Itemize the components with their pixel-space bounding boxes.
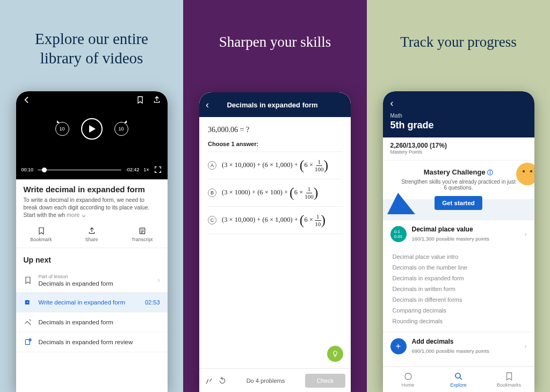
video-top-bar xyxy=(16,91,168,111)
tab-home[interactable]: Home xyxy=(383,367,433,392)
svg-point-5 xyxy=(405,373,411,380)
forward-10-button[interactable]: 10 xyxy=(114,122,128,136)
play-button[interactable] xyxy=(81,118,103,140)
panel-headline: Track your progress xyxy=(400,33,516,52)
bookmark-icon[interactable] xyxy=(136,96,144,104)
mastery-title: Mastery Challenge ⓘ xyxy=(390,168,527,177)
exercise-icon xyxy=(24,318,32,326)
topic-item[interactable]: Decimal place value intro xyxy=(393,251,525,262)
scrubber-track[interactable] xyxy=(38,169,121,171)
scrubber-thumb[interactable] xyxy=(42,168,47,172)
choice-label: B xyxy=(208,188,216,197)
row-title: Write decimal in expanded form xyxy=(39,299,139,306)
phone-screen-exercise: ‹ Decimals in expanded form 36,000.06 = … xyxy=(199,92,351,392)
playback-rate[interactable]: 1× xyxy=(143,167,149,172)
bookmark-outline-icon xyxy=(24,276,32,285)
row-title: Decimals in expanded form review xyxy=(39,339,160,345)
search-icon xyxy=(454,372,464,381)
back-icon[interactable]: ‹ xyxy=(390,98,527,109)
choice-label: A xyxy=(208,161,216,170)
bookmark-icon xyxy=(37,227,46,235)
mastery-title-text: Mastery Challenge xyxy=(424,168,486,176)
rewind-10-button[interactable]: 10 xyxy=(55,122,69,136)
lesson-row[interactable]: Decimals in expanded form xyxy=(16,313,168,332)
mastery-challenge-card: Mastery Challenge ⓘ Strengthen skills yo… xyxy=(383,161,534,220)
more-link[interactable]: more xyxy=(67,212,79,218)
topic-item[interactable]: Decimals on the number line xyxy=(393,262,525,273)
share-action[interactable]: Share xyxy=(67,223,117,248)
panel-skills: Sharpen your skills ‹ Decimals in expand… xyxy=(183,0,367,392)
tab-bookmarks[interactable]: Bookmarks xyxy=(484,367,534,392)
answer-choice-a[interactable]: A (3 × 10,000) + (6 × 1,000) + (6 × 1100… xyxy=(208,151,342,179)
video-top-right xyxy=(136,96,161,106)
chevron-right-icon: › xyxy=(525,343,527,350)
answer-choice-b[interactable]: B (3 × 1000) + (6 × 100) + (6 × 1100) xyxy=(208,179,342,206)
lesson-parent-row[interactable]: Part of lesson Decimals in expanded form… xyxy=(16,268,168,293)
video-description: To write a decimal in expanded form, we … xyxy=(24,196,160,219)
home-icon xyxy=(403,372,413,381)
chevron-right-icon: › xyxy=(525,230,527,238)
course-header: ‹ Math 5th grade xyxy=(383,91,534,137)
bookmark-action[interactable]: Bookmark xyxy=(16,223,67,248)
unit-subtitle: 690/1,000 possible mastery points xyxy=(412,348,489,354)
fullscreen-icon[interactable] xyxy=(154,165,162,174)
action-row: Bookmark Share Transcript xyxy=(16,223,168,248)
video-title: Write decimal in expanded form xyxy=(24,185,160,194)
transcript-action[interactable]: Transcript xyxy=(117,223,168,248)
row-title: Decimals in expanded form xyxy=(39,280,113,287)
answer-choice-c[interactable]: C (3 × 10,000) + (6 × 1,000) + (6 × 110) xyxy=(208,206,342,234)
row-sublabel: Part of lesson xyxy=(39,274,151,279)
playback-controls: 10 10 xyxy=(16,118,168,140)
panel-headline: Sharpen your skills xyxy=(219,33,331,52)
unit-badge-icon: 0.10.01 xyxy=(390,226,407,242)
question-body: 36,000.06 = ? Choose 1 answer: A (3 × 10… xyxy=(199,117,351,234)
topic-item[interactable]: Decimals in written form xyxy=(393,284,525,294)
tab-label: Explore xyxy=(450,382,467,388)
unit-title: Add decimals xyxy=(412,338,519,345)
seek-amount: 10 xyxy=(59,126,64,132)
time-current: 00:10 xyxy=(21,167,34,172)
transcript-icon xyxy=(138,227,147,235)
course-title: 5th grade xyxy=(390,120,527,131)
svg-point-6 xyxy=(455,373,460,378)
phone-screen-videos: 10 10 00:10 -02:42 1× Write decimal in e… xyxy=(16,91,168,392)
row-label: Part of lesson Decimals in expanded form xyxy=(39,274,151,287)
sparkle-icon[interactable] xyxy=(205,376,213,385)
tab-explore[interactable]: Explore xyxy=(433,367,484,392)
chevron-down-icon[interactable] xyxy=(81,213,86,219)
video-title-card: Write decimal in expanded form To write … xyxy=(16,179,168,223)
headline-line1: Explore our entire xyxy=(35,30,148,47)
video-icon xyxy=(24,298,32,307)
redo-icon[interactable] xyxy=(219,377,226,384)
check-button[interactable]: Check xyxy=(305,374,345,388)
get-started-button[interactable]: Get started xyxy=(435,196,482,210)
video-player[interactable]: 10 10 00:10 -02:42 1× xyxy=(16,91,168,179)
question-text: 36,000.06 = ? xyxy=(208,126,342,134)
panel-progress: Track your progress ‹ Math 5th grade 2,2… xyxy=(367,0,550,392)
choice-math: (3 × 1000) + (6 × 100) + (6 × 1100) xyxy=(222,185,319,201)
topic-item[interactable]: Decimals in different forms xyxy=(393,294,525,305)
action-label: Transcript xyxy=(132,237,153,242)
points-value: 2,260/13,000 (17%) xyxy=(390,142,527,149)
triangle-character-icon xyxy=(387,193,415,214)
row-title: Decimals in expanded form xyxy=(39,319,160,325)
mastery-description: Strengthen skills you've already practic… xyxy=(390,179,527,191)
tab-label: Home xyxy=(401,382,414,388)
unit-row-place-value[interactable]: 0.10.01 Decimal place value 160/1,300 po… xyxy=(383,220,534,248)
lesson-row[interactable]: Decimals in expanded form review xyxy=(16,332,168,352)
share-icon[interactable] xyxy=(153,96,161,104)
topic-item[interactable]: Decimals in expanded form xyxy=(393,273,525,284)
back-icon[interactable] xyxy=(23,96,31,104)
topic-item[interactable]: Comparing decimals xyxy=(393,305,525,316)
hint-button[interactable] xyxy=(327,346,343,362)
lesson-current-row[interactable]: Write decimal in expanded form 02:53 xyxy=(16,293,168,313)
scrubber-row: 00:10 -02:42 1× xyxy=(21,165,162,174)
exercise-title: Decimals in expanded form xyxy=(209,101,344,109)
up-next-heading: Up next xyxy=(16,248,168,268)
choose-prompt: Choose 1 answer: xyxy=(208,141,342,147)
do-problems-label: Do 4 problems xyxy=(231,378,300,384)
choice-math: (3 × 10,000) + (6 × 1,000) + (6 × 110) xyxy=(222,212,325,228)
unit-row-add-decimals[interactable]: Add decimals 690/1,000 possible mastery … xyxy=(383,332,534,360)
topic-item[interactable]: Rounding decimals xyxy=(393,316,525,326)
info-icon[interactable]: ⓘ xyxy=(487,169,493,176)
